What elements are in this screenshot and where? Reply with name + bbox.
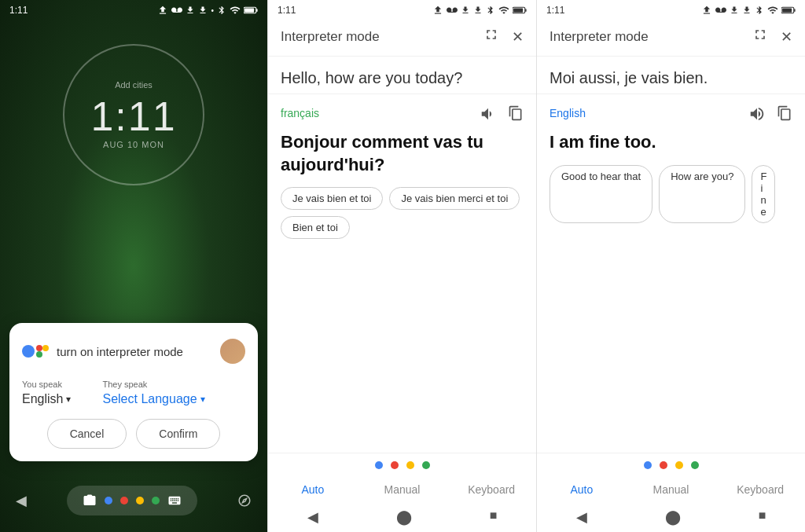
google-dot-yellow	[42, 345, 49, 351]
interp-english-status-icons	[701, 5, 796, 16]
interp-english-tabs: Auto Manual Keyboard	[537, 477, 805, 502]
nav-home-english[interactable]: ⬤	[665, 508, 681, 526]
google-dot-red	[36, 345, 42, 351]
google-dot-green	[36, 351, 42, 358]
dot-blue	[105, 497, 112, 504]
bottom-navigation: ◀	[0, 469, 267, 532]
cancel-button[interactable]: Cancel	[47, 419, 127, 449]
interp-english-footer: Auto Manual Keyboard ◀ ⬤ ■	[537, 453, 805, 532]
user-avatar	[220, 339, 245, 364]
french-translation-text: Bonjour comment vas tu aujourd'hui?	[281, 131, 524, 176]
you-speak-label: You speak	[22, 380, 71, 389]
assistant-header: turn on interpreter mode	[22, 339, 245, 364]
footer-dot-blue-en	[644, 461, 652, 469]
interp-english-header: Interpreter mode ✕	[537, 20, 805, 57]
english-suggestions: Good to hear that How are you? Fine	[550, 165, 792, 223]
interp-french-title: Interpreter mode	[281, 29, 380, 45]
add-cities-text: Add cities	[115, 80, 153, 90]
they-speak-col: They speak Select Language ▾	[102, 380, 204, 406]
nav-recents-english[interactable]: ■	[759, 508, 766, 526]
copy-icon-english[interactable]	[777, 105, 792, 127]
back-icon[interactable]: ◀	[16, 492, 27, 509]
english-lang-label: English	[550, 107, 586, 119]
they-speak-value: Select Language	[102, 392, 197, 406]
keyboard-icon	[167, 493, 182, 508]
dialog-buttons: Cancel Confirm	[22, 419, 245, 449]
suggestion-pill-english-0[interactable]: Good to hear that	[550, 165, 652, 223]
suggestion-pill-1[interactable]: Je vais bien merci et toi	[389, 187, 520, 210]
speaker-icon-english[interactable]	[748, 105, 766, 127]
tab-auto-french[interactable]: Auto	[268, 477, 358, 502]
nav-recents-french[interactable]: ■	[490, 508, 498, 526]
footer-dot-blue	[375, 461, 383, 469]
interp-french-tabs: Auto Manual Keyboard	[268, 477, 536, 502]
translation-section-english: English I am fine too. Good to hear that…	[537, 94, 805, 453]
interp-english-title: Interpreter mode	[550, 29, 649, 45]
dot-red	[120, 497, 128, 504]
google-footer-dots-english	[644, 461, 699, 469]
expand-icon[interactable]	[483, 27, 499, 46]
compass-icon[interactable]	[237, 493, 252, 508]
interp-french-status-icons	[432, 5, 527, 16]
user-message-french: Hello, how are you today?	[268, 57, 536, 94]
suggestion-pill-2[interactable]: Bien et toi	[281, 216, 350, 239]
speaker-icon[interactable]	[480, 105, 497, 127]
dot-green	[152, 497, 160, 504]
interp-french-footer: Auto Manual Keyboard ◀ ⬤ ■	[268, 453, 536, 532]
camera-icon	[83, 493, 97, 508]
svg-rect-1	[256, 9, 258, 12]
interp-french-body: Hello, how are you today? français Bonjo…	[268, 57, 536, 453]
footer-dot-red	[391, 461, 399, 469]
svg-rect-7	[794, 9, 796, 12]
google-footer-dots-french	[375, 461, 430, 469]
clock-widget: Add cities 1:11 AUG 10 MON	[63, 44, 204, 185]
suggestion-pill-english-1[interactable]: How are you?	[659, 165, 745, 223]
language-selector-row: You speak English ▾ They speak Select La…	[22, 380, 245, 406]
confirm-button[interactable]: Confirm	[136, 419, 220, 449]
suggestion-pill-english-2[interactable]: Fine	[752, 165, 775, 223]
english-lang-header: English	[550, 105, 792, 127]
footer-dot-yellow-en	[675, 461, 683, 469]
tab-manual-english[interactable]: Manual	[627, 477, 716, 502]
dot-yellow	[136, 497, 144, 504]
tab-auto-english[interactable]: Auto	[537, 477, 627, 502]
footer-dot-red-en	[660, 461, 667, 469]
you-speak-selector[interactable]: English ▾	[22, 392, 71, 406]
tab-keyboard-english[interactable]: Keyboard	[715, 477, 805, 502]
french-lang-header: français	[281, 105, 524, 127]
assistant-message: turn on interpreter mode	[57, 345, 212, 358]
nav-home-french[interactable]: ⬤	[396, 508, 412, 526]
panel-interpreter-english: 1:11 Interpreter mode ✕ Moi aussi, je va…	[536, 0, 805, 532]
svg-rect-8	[782, 8, 792, 12]
nav-back-french[interactable]: ◀	[307, 508, 318, 526]
copy-icon[interactable]	[508, 105, 524, 127]
close-icon-english[interactable]: ✕	[781, 28, 792, 46]
interp-french-header-icons: ✕	[483, 27, 524, 46]
clock-status-time: 1:11	[9, 5, 28, 16]
svg-rect-2	[244, 8, 254, 12]
assistant-card: turn on interpreter mode You speak Engli…	[9, 323, 258, 461]
tab-manual-french[interactable]: Manual	[358, 477, 447, 502]
interp-english-nav: ◀ ⬤ ■	[537, 502, 805, 529]
footer-dot-green-en	[691, 461, 699, 469]
footer-dot-yellow	[406, 461, 414, 469]
svg-rect-4	[525, 9, 527, 12]
google-assistant-logo	[22, 345, 49, 358]
status-bar-clock: 1:11 •	[0, 0, 267, 20]
assistant-pill[interactable]	[67, 486, 197, 515]
close-icon[interactable]: ✕	[512, 28, 524, 46]
panel-clock: 1:11 • Add cities 1:11 AUG 10 MON	[0, 0, 267, 532]
panel-interpreter-french: 1:11 Interpreter mode ✕ Hello, how are y…	[267, 0, 536, 532]
clock-time: 1:11	[90, 93, 176, 140]
clock-status-icons: •	[157, 5, 258, 16]
tab-keyboard-french[interactable]: Keyboard	[447, 477, 536, 502]
suggestion-pill-0[interactable]: Je vais bien et toi	[281, 187, 383, 210]
nav-back-english[interactable]: ◀	[576, 508, 587, 526]
user-message-english: Moi aussi, je vais bien.	[537, 57, 805, 94]
you-speak-col: You speak English ▾	[22, 380, 71, 406]
interp-french-header: Interpreter mode ✕	[268, 20, 536, 57]
they-speak-selector[interactable]: Select Language ▾	[102, 392, 204, 406]
expand-icon-english[interactable]	[752, 27, 768, 46]
clock-date: AUG 10 MON	[103, 140, 164, 149]
interp-english-time: 1:11	[546, 5, 564, 16]
